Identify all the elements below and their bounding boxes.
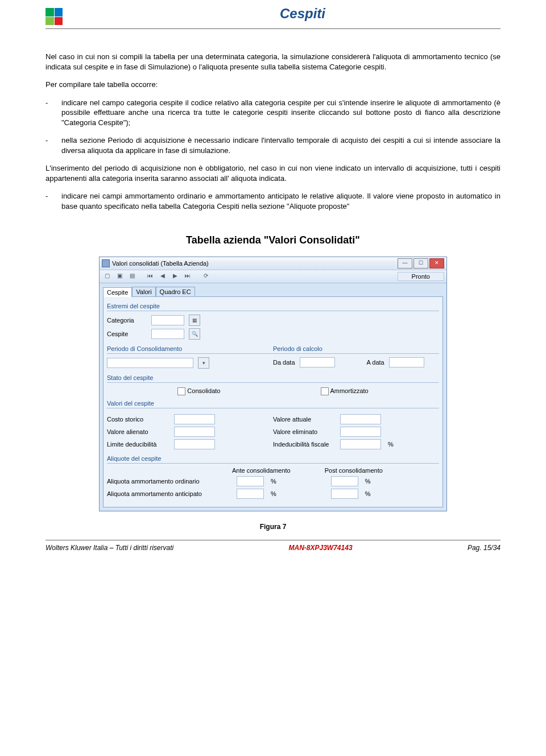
status-label: Pronto [398, 272, 444, 281]
maximize-button[interactable]: ☐ [413, 258, 428, 268]
label-limite-ded: Limite deducibilità [107, 441, 169, 448]
input-valore-alienato[interactable] [174, 427, 215, 437]
titlebar: Valori consolidati (Tabella Azienda) — ☐… [100, 257, 446, 270]
group-periodo-cons: Periodo di Consolidamento [107, 344, 273, 354]
label-inded-fisc: Indeducibilità fiscale [273, 441, 336, 448]
label-categoria: Categoria [107, 317, 147, 324]
logo-icon [46, 8, 63, 25]
input-costo-storico[interactable] [174, 414, 215, 424]
input-a-data[interactable] [389, 357, 424, 367]
input-da-data[interactable] [300, 357, 335, 367]
input-aliq-ord-post[interactable] [331, 476, 358, 486]
tab-valori[interactable]: Valori [132, 287, 155, 296]
toolbar: ▢ ▣ ▤ ⏮ ◀ ▶ ⏭ ⟳ Pronto [100, 270, 446, 283]
group-periodo-calc: Periodo di calcolo [273, 344, 439, 354]
toolbar-next-icon[interactable]: ▶ [170, 271, 180, 282]
label-valore-attuale: Valore attuale [273, 416, 336, 423]
input-inded-fisc[interactable] [340, 439, 381, 449]
label-valore-alienato: Valore alienato [107, 428, 169, 435]
paragraph-3: L'inserimento del periodo di acquisizion… [46, 163, 500, 183]
group-estremi: Estremi del cespite [107, 301, 439, 311]
input-valore-eliminato[interactable] [340, 427, 381, 437]
footer-mid: MAN-8XPJ3W74143 [173, 544, 468, 552]
header-rule [46, 28, 500, 29]
app-window: Valori consolidati (Tabella Azienda) — ☐… [99, 257, 447, 511]
bullet-2: - nella sezione Periodo di acquisizione … [46, 135, 500, 155]
bullet-1: - indicare nel campo categoria cespite i… [46, 98, 500, 128]
input-categoria[interactable] [151, 315, 184, 325]
input-aliq-ant-post[interactable] [331, 489, 358, 499]
label-aliq-ant: Aliquota ammortamento anticipato [107, 490, 232, 497]
footer-rule [46, 540, 500, 540]
tab-cespite[interactable]: Cespite [103, 287, 132, 297]
checkbox-consolidato[interactable] [177, 387, 185, 395]
toolbar-prev-icon[interactable]: ◀ [158, 271, 168, 282]
input-limite-ded[interactable] [174, 439, 215, 449]
label-a-data: A data [367, 359, 384, 366]
pct-label: % [388, 441, 394, 448]
toolbar-new-icon[interactable]: ▢ [102, 271, 112, 282]
toolbar-last-icon[interactable]: ⏭ [183, 271, 193, 282]
toolbar-save-icon[interactable]: ▣ [114, 271, 125, 282]
input-aliq-ord-ante[interactable] [237, 476, 264, 486]
input-periodo-cons[interactable] [107, 358, 193, 368]
group-valori: Valori del cespite [107, 399, 439, 408]
label-cespite: Cespite [107, 331, 147, 337]
page-header: Cespiti [46, 0, 500, 25]
label-costo-storico: Costo storico [107, 416, 169, 423]
tab-quadro-ec[interactable]: Quadro EC [156, 287, 195, 296]
app-icon [102, 259, 110, 267]
toolbar-first-icon[interactable]: ⏮ [145, 271, 155, 282]
label-ante-cons: Ante consolidamento [232, 467, 291, 474]
label-ammortizzato: Ammortizzato [330, 387, 368, 394]
dropdown-periodo-icon[interactable]: ▾ [198, 357, 209, 369]
input-valore-attuale[interactable] [340, 414, 381, 424]
input-aliq-ant-ante[interactable] [237, 489, 264, 499]
label-post-cons: Post consolidamento [325, 467, 383, 474]
label-valore-eliminato: Valore eliminato [273, 428, 336, 435]
minimize-button[interactable]: — [398, 258, 412, 268]
toolbar-delete-icon[interactable]: ▤ [127, 271, 137, 282]
footer-left: Wolters Kluwer Italia – Tutti i diritti … [46, 544, 173, 552]
tabs: Cespite Valori Quadro EC [100, 283, 446, 296]
paragraph-2: Per compilare tale tabella occorre: [46, 80, 500, 90]
lookup-categoria-icon[interactable]: ▦ [189, 315, 200, 326]
form-area: Estremi del cespite Categoria ▦ Cespite … [103, 296, 443, 507]
label-da-data: Da data [273, 359, 295, 366]
lookup-cespite-icon[interactable]: 🔍 [189, 328, 200, 340]
toolbar-refresh-icon[interactable]: ⟳ [201, 271, 211, 282]
close-button[interactable]: ✕ [429, 258, 444, 268]
section-heading: Tabella azienda "Valori Consolidati" [46, 234, 500, 246]
window-title: Valori consolidati (Tabella Azienda) [112, 260, 209, 267]
group-stato: Stato del cespite [107, 373, 439, 383]
figure-caption: Figura 7 [46, 523, 500, 531]
group-aliquote: Aliquote del cespite [107, 454, 439, 464]
paragraph-1: Nel caso in cui non si compili la tabell… [46, 52, 500, 72]
input-cespite[interactable] [151, 329, 184, 339]
footer: Wolters Kluwer Italia – Tutti i diritti … [46, 544, 500, 552]
body-text: Nel caso in cui non si compili la tabell… [46, 52, 500, 212]
bullet-3: - indicare nei campi ammortamento ordina… [46, 191, 500, 211]
checkbox-ammortizzato[interactable] [321, 387, 329, 395]
footer-right: Pag. 15/34 [468, 544, 500, 552]
page-title: Cespiti [280, 6, 325, 22]
label-aliq-ord: Aliquota ammortamento ordinario [107, 478, 232, 485]
label-consolidato: Consolidato [187, 387, 220, 394]
